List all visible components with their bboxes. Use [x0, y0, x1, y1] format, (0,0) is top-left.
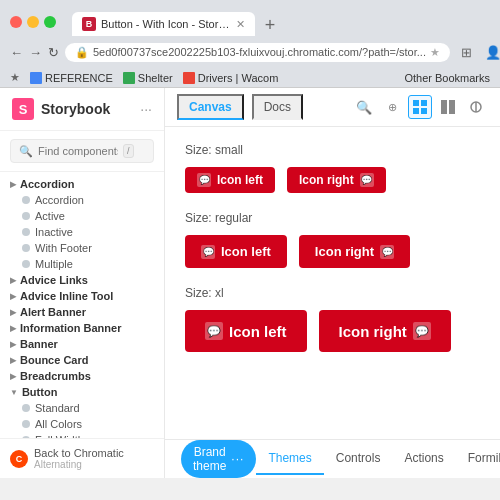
chat-icon: 💬 — [380, 245, 394, 259]
tree-dot-icon — [22, 212, 30, 220]
tab-themes[interactable]: Themes — [256, 443, 323, 475]
sidebar-item-button[interactable]: ▼ Button — [0, 384, 164, 400]
tab-docs[interactable]: Docs — [252, 94, 303, 120]
sidebar-header: S Storybook ··· — [0, 88, 164, 131]
maximize-button[interactable] — [44, 16, 56, 28]
xl-icon-left-button[interactable]: 💬 Icon left — [185, 310, 307, 352]
chevron-icon: ▶ — [10, 308, 16, 317]
brand-dots-icon: ··· — [231, 452, 244, 466]
browser-toolbar: ← → ↻ 🔒 5ed0f00737sce2002225b103-fxluixv… — [0, 36, 500, 68]
svg-rect-5 — [421, 108, 427, 114]
sidebar-item-advice-inline-tool[interactable]: ▶ Advice Inline Tool — [0, 288, 164, 304]
chromatic-label: Back to Chromatic — [34, 447, 124, 459]
svg-rect-4 — [413, 108, 419, 114]
close-button[interactable] — [10, 16, 22, 28]
sidebar-item-banner[interactable]: ▶ Banner — [0, 336, 164, 352]
side-by-side-button[interactable] — [436, 95, 460, 119]
sidebar-item-standard[interactable]: Standard — [0, 400, 164, 416]
sidebar-menu-button[interactable]: ··· — [140, 101, 152, 117]
svg-rect-7 — [449, 100, 455, 114]
back-button[interactable]: ← — [10, 41, 23, 63]
sidebar-logo-text: Storybook — [41, 101, 110, 117]
zoom-in-button[interactable]: ⊕ — [380, 95, 404, 119]
sidebar-item-all-colors[interactable]: All Colors — [0, 416, 164, 432]
sidebar-item-multiple[interactable]: Multiple — [0, 256, 164, 272]
chevron-icon: ▶ — [10, 276, 16, 285]
sidebar-item-with-footer[interactable]: With Footer — [0, 240, 164, 256]
grid-view-button[interactable] — [408, 95, 432, 119]
search-box[interactable]: 🔍 / — [10, 139, 154, 163]
sidebar-item-bounce-card[interactable]: ▶ Bounce Card — [0, 352, 164, 368]
refresh-button[interactable]: ↻ — [48, 41, 59, 63]
regular-icon-right-label: Icon right — [315, 244, 374, 259]
profile-icon[interactable]: 👤 — [482, 41, 500, 63]
xl-button-row: 💬 Icon left Icon right 💬 — [185, 310, 480, 352]
new-tab-button[interactable]: + — [259, 14, 281, 36]
bottom-tabs: Brand theme ··· Themes Controls Actions … — [165, 439, 500, 478]
sidebar-logo: S Storybook — [12, 98, 110, 120]
other-bookmarks[interactable]: Other Bookmarks — [404, 72, 490, 84]
xl-icon-right-label: Icon right — [339, 323, 407, 340]
svg-text:S: S — [19, 102, 28, 117]
compare-button[interactable] — [464, 95, 488, 119]
minimize-button[interactable] — [27, 16, 39, 28]
sidebar-item-accordion-default[interactable]: Accordion — [0, 192, 164, 208]
app-layout: S Storybook ··· 🔍 / ▶ Accordion Acco — [0, 88, 500, 478]
tree-dot-icon — [22, 244, 30, 252]
size-small-section: Size: small 💬 Icon left Icon right 💬 — [185, 143, 480, 193]
sidebar-item-active[interactable]: Active — [0, 208, 164, 224]
chat-icon: 💬 — [205, 322, 223, 340]
svg-rect-6 — [441, 100, 447, 114]
size-xl-label: Size: xl — [185, 286, 480, 300]
chat-icon: 💬 — [413, 322, 431, 340]
main-content: Canvas Docs 🔍 ⊕ Size: small — [165, 88, 500, 478]
regular-icon-left-button[interactable]: 💬 Icon left — [185, 235, 287, 268]
sidebar-item-accordion[interactable]: ▶ Accordion — [0, 176, 164, 192]
zoom-out-button[interactable]: 🔍 — [352, 95, 376, 119]
chat-icon: 💬 — [360, 173, 374, 187]
sidebar-item-inactive[interactable]: Inactive — [0, 224, 164, 240]
sidebar-item-alert-banner[interactable]: ▶ Alert Banner — [0, 304, 164, 320]
search-input[interactable] — [38, 145, 118, 157]
sidebar-search: 🔍 / — [0, 131, 164, 172]
back-to-chromatic[interactable]: C Back to Chromatic Alternating — [0, 438, 164, 478]
traffic-lights — [10, 16, 56, 28]
browser-tab[interactable]: B Button - With Icon - Storybook ✕ — [72, 12, 255, 36]
regular-icon-right-button[interactable]: Icon right 💬 — [299, 235, 410, 268]
chevron-icon: ▶ — [10, 292, 16, 301]
tab-canvas[interactable]: Canvas — [177, 94, 244, 120]
brand-theme-button[interactable]: Brand theme ··· — [181, 440, 256, 478]
xl-icon-left-label: Icon left — [229, 323, 287, 340]
size-small-label: Size: small — [185, 143, 480, 157]
toolbar-icons: ⊞ 👤 ⋮ — [456, 41, 500, 63]
chat-icon: 💬 — [201, 245, 215, 259]
canvas-area: Size: small 💬 Icon left Icon right 💬 Siz… — [165, 127, 500, 439]
small-icon-right-button[interactable]: Icon right 💬 — [287, 167, 386, 193]
sidebar-tree: ▶ Accordion Accordion Active Inactive Wi… — [0, 172, 164, 438]
bookmark-drivers[interactable]: Drivers | Wacom — [183, 72, 279, 84]
sidebar-item-breadcrumbs[interactable]: ▶ Breadcrumbs — [0, 368, 164, 384]
small-icon-left-button[interactable]: 💬 Icon left — [185, 167, 275, 193]
chevron-icon: ▶ — [10, 356, 16, 365]
brand-theme-label: Brand theme — [193, 445, 226, 473]
tree-dot-icon — [22, 420, 30, 428]
sidebar-item-information-banner[interactable]: ▶ Information Banner — [0, 320, 164, 336]
chevron-icon: ▶ — [10, 372, 16, 381]
tab-actions[interactable]: Actions — [392, 443, 455, 475]
sidebar-item-advice-links[interactable]: ▶ Advice Links — [0, 272, 164, 288]
search-icon: 🔍 — [19, 145, 33, 158]
xl-icon-right-button[interactable]: Icon right 💬 — [319, 310, 451, 352]
tree-dot-icon — [22, 260, 30, 268]
tab-close-button[interactable]: ✕ — [236, 18, 245, 31]
address-bar[interactable]: 🔒 5ed0f00737sce2002225b103-fxluixvouj.ch… — [65, 43, 450, 62]
bookmark-shelter[interactable]: Shelter — [123, 72, 173, 84]
regular-icon-left-label: Icon left — [221, 244, 271, 259]
extensions-icon[interactable]: ⊞ — [456, 41, 478, 63]
tree-dot-icon — [22, 404, 30, 412]
tab-controls[interactable]: Controls — [324, 443, 393, 475]
forward-button[interactable]: → — [29, 41, 42, 63]
chromatic-sublabel: Alternating — [34, 459, 124, 470]
tab-formik[interactable]: Formik — [456, 443, 500, 475]
search-shortcut: / — [123, 144, 134, 158]
bookmark-reference[interactable]: REFERENCE — [30, 72, 113, 84]
